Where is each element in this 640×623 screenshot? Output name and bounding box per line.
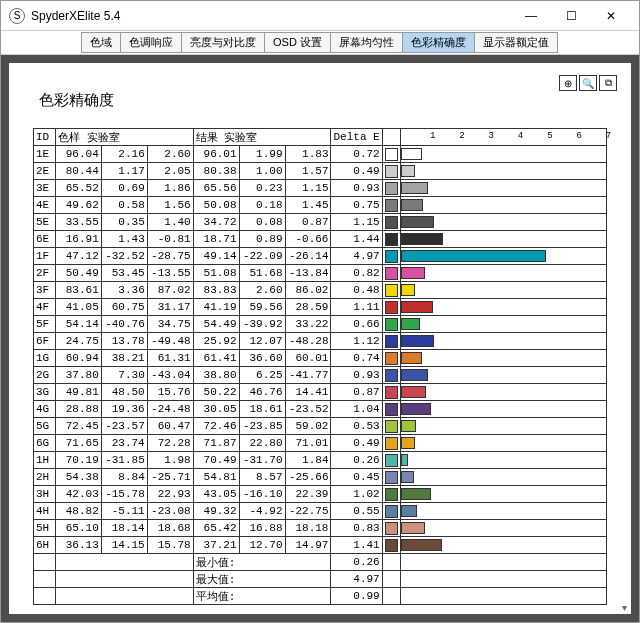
table-row: 4H48.82-5.11-23.0849.32-4.92-22.750.55 xyxy=(34,503,607,520)
color-swatch xyxy=(385,267,398,280)
zoom-out-icon[interactable]: 🔍 xyxy=(579,75,597,91)
delta-bar xyxy=(401,454,409,466)
delta-bar xyxy=(401,522,425,534)
table-row: 1H70.19-31.851.9870.49-31.701.840.26 xyxy=(34,452,607,469)
table-row: 5F54.14-40.7634.7554.49-39.9233.220.66 xyxy=(34,316,607,333)
col-id: ID xyxy=(34,129,56,146)
tab-1[interactable]: 色调响应 xyxy=(120,32,182,53)
color-swatch xyxy=(385,335,398,348)
tick-7: 7 xyxy=(606,131,611,141)
color-swatch xyxy=(385,216,398,229)
table-row: 6H36.1314.1515.7837.2112.7014.971.41 xyxy=(34,537,607,554)
scroll-down-icon[interactable]: ▾ xyxy=(617,600,631,614)
tab-5[interactable]: 色彩精确度 xyxy=(402,32,475,53)
table-row: 1E96.042.162.6096.011.991.830.72 xyxy=(34,146,607,163)
color-swatch xyxy=(385,403,398,416)
tick-1: 1 xyxy=(430,131,435,141)
table-row: 2F50.4953.45-13.5551.0851.68-13.840.82 xyxy=(34,265,607,282)
table-row: 5G72.45-23.5760.4772.46-23.8559.020.53 xyxy=(34,418,607,435)
delta-bar xyxy=(401,369,428,381)
delta-bar xyxy=(401,233,443,245)
table-row: 2E80.441.172.0580.381.001.570.49 xyxy=(34,163,607,180)
table-row: 6F24.7513.78-49.4825.9212.07-48.281.12 xyxy=(34,333,607,350)
color-swatch xyxy=(385,182,398,195)
col-sample-lab: 色样 实验室 xyxy=(55,129,193,146)
fit-icon[interactable]: ⧉ xyxy=(599,75,617,91)
delta-bar xyxy=(401,505,417,517)
color-swatch xyxy=(385,437,398,450)
color-swatch xyxy=(385,420,398,433)
col-chart: 1234567 xyxy=(400,129,606,146)
color-swatch xyxy=(385,318,398,331)
delta-bar xyxy=(401,352,423,364)
minimize-button[interactable]: — xyxy=(511,2,551,30)
table-row: 4E49.620.581.5650.080.181.450.75 xyxy=(34,197,607,214)
tick-4: 4 xyxy=(518,131,523,141)
table-row: 2H54.388.84-25.7154.818.57-25.660.45 xyxy=(34,469,607,486)
summary-label: 平均值: xyxy=(193,588,331,605)
delta-bar xyxy=(401,250,547,262)
delta-bar xyxy=(401,148,422,160)
table-row: 1F47.12-32.52-28.7549.14-22.09-26.144.97 xyxy=(34,248,607,265)
delta-bar xyxy=(401,437,415,449)
col-result-lab: 结果 实验室 xyxy=(193,129,331,146)
summary-label: 最大值: xyxy=(193,571,331,588)
delta-bar xyxy=(401,420,417,432)
tab-0[interactable]: 色域 xyxy=(81,32,121,53)
delta-bar xyxy=(401,539,442,551)
color-swatch xyxy=(385,522,398,535)
color-swatch xyxy=(385,454,398,467)
table-row: 3G49.8148.5015.7650.2246.7614.410.87 xyxy=(34,384,607,401)
results-table: ID 色样 实验室 结果 实验室 Delta E 1234567 1E96.04… xyxy=(33,128,607,605)
tab-6[interactable]: 显示器额定值 xyxy=(474,32,558,53)
table-row: 3E65.520.691.8665.560.231.150.93 xyxy=(34,180,607,197)
table-row: 6G71.6523.7472.2871.8722.8071.010.49 xyxy=(34,435,607,452)
maximize-button[interactable]: ☐ xyxy=(551,2,591,30)
color-swatch xyxy=(385,284,398,297)
summary-value: 4.97 xyxy=(331,571,382,588)
report-sheet: ⊕ 🔍 ⧉ 色彩精确度 ID 色样 实验室 结果 实验室 Delta E 123… xyxy=(9,63,631,614)
delta-bar xyxy=(401,182,428,194)
delta-bar xyxy=(401,301,434,313)
delta-bar xyxy=(401,386,426,398)
zoom-in-icon[interactable]: ⊕ xyxy=(559,75,577,91)
color-swatch xyxy=(385,386,398,399)
color-swatch xyxy=(385,233,398,246)
table-row: 5H65.1018.1418.6865.4216.8818.180.83 xyxy=(34,520,607,537)
tabbar: 色域色调响应亮度与对比度OSD 设置屏幕均匀性色彩精确度显示器额定值 xyxy=(1,31,639,55)
delta-bar xyxy=(401,165,415,177)
col-delta: Delta E xyxy=(331,129,382,146)
color-swatch xyxy=(385,369,398,382)
table-row: 6E16.911.43-0.8118.710.89-0.661.44 xyxy=(34,231,607,248)
color-swatch xyxy=(385,199,398,212)
tab-4[interactable]: 屏幕均匀性 xyxy=(330,32,403,53)
tab-2[interactable]: 亮度与对比度 xyxy=(181,32,265,53)
summary-row: 最小值:0.26 xyxy=(34,554,607,571)
table-row: 4F41.0560.7531.1741.1959.5628.591.11 xyxy=(34,299,607,316)
tick-2: 2 xyxy=(459,131,464,141)
summary-row: 最大值:4.97 xyxy=(34,571,607,588)
table-row: 1G60.9438.2161.3161.4136.6060.010.74 xyxy=(34,350,607,367)
color-swatch xyxy=(385,505,398,518)
delta-bar xyxy=(401,471,414,483)
page-title: 色彩精确度 xyxy=(39,91,607,110)
tick-6: 6 xyxy=(576,131,581,141)
delta-bar xyxy=(401,403,431,415)
app-logo-icon: S xyxy=(9,8,25,24)
summary-label: 最小值: xyxy=(193,554,331,571)
tick-3: 3 xyxy=(489,131,494,141)
canvas-area: ⊕ 🔍 ⧉ 色彩精确度 ID 色样 实验室 结果 实验室 Delta E 123… xyxy=(1,55,639,622)
tab-3[interactable]: OSD 设置 xyxy=(264,32,331,53)
summary-value: 0.99 xyxy=(331,588,382,605)
color-swatch xyxy=(385,488,398,501)
window-title: SpyderXElite 5.4 xyxy=(31,9,511,23)
color-swatch xyxy=(385,301,398,314)
table-row: 5E33.550.351.4034.720.080.871.15 xyxy=(34,214,607,231)
delta-bar xyxy=(401,216,435,228)
delta-bar xyxy=(401,488,431,500)
table-row: 4G28.8819.36-24.4830.0518.61-23.521.04 xyxy=(34,401,607,418)
delta-bar xyxy=(401,284,415,296)
summary-value: 0.26 xyxy=(331,554,382,571)
color-swatch xyxy=(385,352,398,365)
close-button[interactable]: ✕ xyxy=(591,2,631,30)
